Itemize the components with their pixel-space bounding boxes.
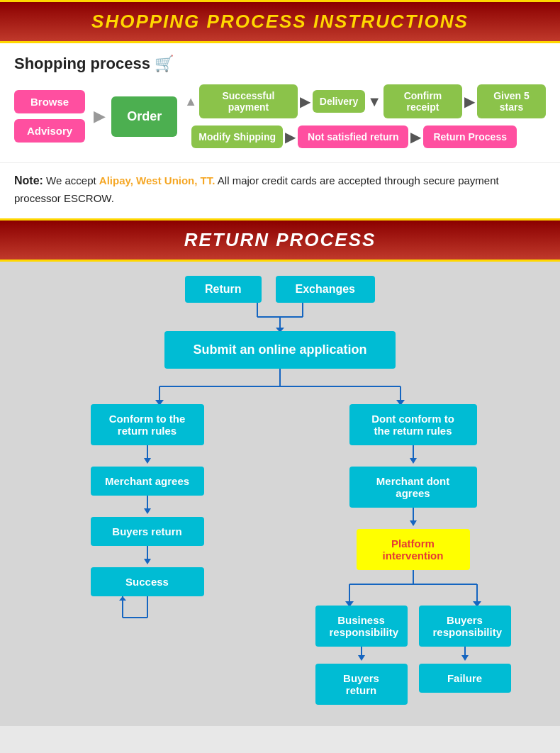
connector-business-to-buyersreturn bbox=[358, 647, 365, 664]
svg-marker-4 bbox=[276, 328, 284, 331]
note-highlight: Alipay, West Union, TT. bbox=[99, 174, 215, 186]
confirm-receipt-box[interactable]: Confirm receipt bbox=[383, 84, 462, 118]
platform-intervention-box[interactable]: Platform intervention bbox=[357, 529, 470, 570]
return-box[interactable]: Return bbox=[185, 276, 262, 303]
submit-application-box[interactable]: Submit an online application bbox=[164, 331, 395, 369]
arrow-1: ▲ bbox=[184, 94, 197, 109]
successful-payment-box[interactable]: Successful payment bbox=[199, 84, 298, 118]
return-header: RETURN PROCESS bbox=[0, 218, 560, 262]
svg-marker-34 bbox=[461, 655, 469, 661]
note-label: Note: bbox=[14, 174, 43, 186]
advisory-button[interactable]: Advisory bbox=[14, 119, 85, 143]
exchanges-box[interactable]: Exchanges bbox=[276, 276, 375, 303]
bottom-boxes: Business responsibility Buyers return Bu… bbox=[280, 606, 546, 705]
lower-flow: Modify Shipping ▶ Not satisfied return ▶… bbox=[191, 126, 546, 148]
svg-marker-24 bbox=[410, 520, 417, 526]
svg-marker-20 bbox=[119, 596, 126, 601]
svg-marker-12 bbox=[144, 458, 151, 464]
two-branches: Conform to the return rules Merchant agr… bbox=[14, 404, 546, 705]
arrow-6: ▶ bbox=[410, 128, 421, 145]
return-diagram: Return Exchanges Submit an online applic… bbox=[14, 276, 546, 705]
svg-marker-14 bbox=[144, 508, 151, 514]
merchant-agrees-box[interactable]: Merchant agrees bbox=[91, 467, 204, 496]
connector-buyers-to-success bbox=[144, 546, 151, 567]
business-resp-box[interactable]: Business responsibility bbox=[315, 606, 408, 647]
top-boxes: Return Exchanges bbox=[185, 276, 375, 303]
order-box[interactable]: Order bbox=[111, 96, 177, 137]
arrow-2: ▶ bbox=[300, 93, 310, 110]
return-section: Return Exchanges Submit an online applic… bbox=[0, 262, 560, 726]
header-title: SHOPPING PROCESS INSTRUCTIONS bbox=[0, 11, 560, 33]
failure-box[interactable]: Failure bbox=[419, 664, 511, 693]
bag-icon: 🛒 bbox=[150, 55, 174, 72]
connector-platform-to-three bbox=[300, 570, 527, 606]
success-box[interactable]: Success bbox=[91, 567, 204, 596]
dont-conform-box: Dont conform to the return rules bbox=[349, 404, 477, 445]
main-header: SHOPPING PROCESS INSTRUCTIONS bbox=[0, 0, 560, 43]
left-options: Browse Advisory bbox=[14, 90, 85, 143]
svg-marker-22 bbox=[410, 458, 417, 464]
buyers-return-2-box[interactable]: Buyers return bbox=[315, 664, 408, 705]
connector-merchant-to-platform bbox=[410, 508, 417, 529]
connector-buyers-resp-to-failure bbox=[461, 647, 469, 664]
not-satisfied-box[interactable]: Not satisfied return bbox=[298, 126, 408, 148]
success-loop-connector bbox=[119, 596, 176, 639]
note-text-before: We accept bbox=[46, 174, 99, 186]
note-paragraph: Note: We accept Alipay, West Union, TT. … bbox=[14, 172, 546, 207]
buyers-resp-box[interactable]: Buyers responsibility bbox=[419, 606, 511, 647]
connector-top-to-submit bbox=[209, 303, 351, 331]
browse-button[interactable]: Browse bbox=[14, 90, 85, 113]
arrow-3: ▼ bbox=[367, 94, 381, 110]
modify-shipping-box[interactable]: Modify Shipping bbox=[191, 126, 283, 148]
connector-dontconform-to-merchant bbox=[410, 445, 417, 467]
buyers-return-1-box[interactable]: Buyers return bbox=[91, 517, 204, 546]
svg-marker-32 bbox=[358, 655, 365, 661]
given-stars-box[interactable]: Given 5 stars bbox=[477, 84, 546, 118]
arrow-to-order: ▶ bbox=[94, 107, 106, 126]
connector-merchant-to-buyers bbox=[144, 496, 151, 517]
connector-conform-to-merchant bbox=[144, 445, 151, 467]
shopping-heading-text: Shopping process bbox=[14, 55, 150, 72]
section-heading: Shopping process 🛒 bbox=[14, 55, 546, 73]
connector-submit-to-branches bbox=[67, 369, 493, 404]
shopping-section: Shopping process 🛒 Browse Advisory ▶ Ord… bbox=[0, 43, 560, 162]
return-header-title: RETURN PROCESS bbox=[0, 229, 560, 251]
left-branch: Conform to the return rules Merchant agr… bbox=[14, 404, 280, 705]
arrow-5: ▶ bbox=[285, 128, 296, 145]
svg-marker-16 bbox=[144, 559, 151, 564]
note-section: Note: We accept Alipay, West Union, TT. … bbox=[0, 162, 560, 218]
right-branch: Dont conform to the return rules Merchan… bbox=[280, 404, 546, 705]
upper-flow: ▲ Successful payment ▶ Delivery ▼ Confir… bbox=[184, 84, 546, 118]
conform-box: Conform to the return rules bbox=[91, 404, 204, 445]
merchant-dont-box[interactable]: Merchant dont agrees bbox=[349, 467, 477, 508]
delivery-box[interactable]: Delivery bbox=[313, 90, 365, 113]
return-process-box[interactable]: Return Process bbox=[423, 126, 516, 148]
arrow-4: ▶ bbox=[464, 93, 475, 110]
